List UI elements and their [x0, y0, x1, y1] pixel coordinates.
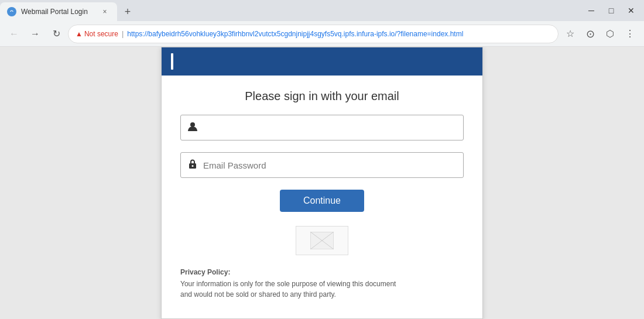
address-url: https://bafybeidrh56vohkluey3kp3firhbnvl…: [127, 30, 463, 38]
email-input-group: [180, 115, 464, 140]
svg-point-1: [190, 122, 195, 127]
password-field[interactable]: [203, 160, 457, 170]
privacy-policy: Privacy Policy: Your information is only…: [180, 267, 464, 300]
forward-icon: →: [30, 29, 40, 39]
extensions-button[interactable]: ⬡: [601, 25, 619, 43]
star-icon: ☆: [566, 28, 574, 39]
card-body: Please sign in with your email: [162, 76, 482, 318]
toolbar: ← → ↻ ▲ Not secure | https://bafybeidrh5…: [0, 21, 644, 47]
back-button[interactable]: ←: [5, 25, 23, 43]
reload-icon: ↻: [53, 28, 60, 39]
email-field[interactable]: [203, 123, 457, 133]
tab-title: Webmail Portal Login: [21, 8, 95, 16]
tab-favicon: [7, 7, 16, 16]
privacy-line1: Your information is only for the sole pu…: [180, 279, 464, 289]
tab-close-button[interactable]: ×: [100, 6, 110, 17]
svg-point-0: [9, 9, 15, 15]
puzzle-icon: ⬡: [606, 28, 614, 39]
login-card: Please sign in with your email: [161, 47, 483, 319]
password-input-group: [180, 152, 464, 178]
lock-icon: [187, 158, 198, 173]
content-area: Please sign in with your email: [0, 47, 644, 319]
back-icon: ←: [9, 29, 19, 39]
close-window-button[interactable]: ✕: [623, 2, 639, 19]
address-bar[interactable]: ▲ Not secure | https://bafybeidrh56vohkl…: [68, 25, 559, 43]
menu-icon: ⋮: [625, 28, 635, 39]
sign-in-title: Please sign in with your email: [245, 90, 399, 103]
user-icon: [187, 121, 198, 135]
menu-button[interactable]: ⋮: [621, 25, 639, 43]
new-tab-button[interactable]: +: [119, 4, 136, 20]
continue-button[interactable]: Continue: [280, 190, 364, 212]
email-input-wrapper: [180, 115, 464, 140]
forward-button[interactable]: →: [26, 25, 44, 43]
maximize-button[interactable]: □: [603, 2, 619, 19]
card-header: [162, 47, 482, 76]
security-warning: ▲ Not secure: [76, 30, 118, 38]
tab-controls: ─ □ ✕: [583, 2, 644, 21]
warning-label: Not secure: [84, 30, 118, 38]
privacy-line2: and would not be sold or shared to any t…: [180, 289, 464, 300]
header-bar: [171, 53, 173, 70]
account-icon: ⊙: [586, 28, 595, 40]
warning-icon: ▲: [76, 30, 83, 38]
bookmark-button[interactable]: ☆: [561, 25, 580, 43]
svg-point-3: [192, 165, 194, 167]
active-tab[interactable]: Webmail Portal Login ×: [0, 2, 117, 21]
password-input-wrapper: [180, 152, 464, 178]
logo-image: [296, 226, 348, 255]
reload-button[interactable]: ↻: [47, 25, 66, 43]
privacy-label: Privacy Policy:: [180, 267, 464, 277]
minimize-button[interactable]: ─: [583, 2, 600, 19]
toolbar-actions: ☆ ⊙ ⬡ ⋮: [561, 25, 639, 43]
tab-bar: Webmail Portal Login × + ─ □ ✕: [0, 0, 644, 21]
address-separator: |: [122, 29, 124, 38]
account-button[interactable]: ⊙: [581, 25, 600, 43]
browser-frame: Webmail Portal Login × + ─ □ ✕ ← → ↻ ▲ N…: [0, 0, 644, 319]
